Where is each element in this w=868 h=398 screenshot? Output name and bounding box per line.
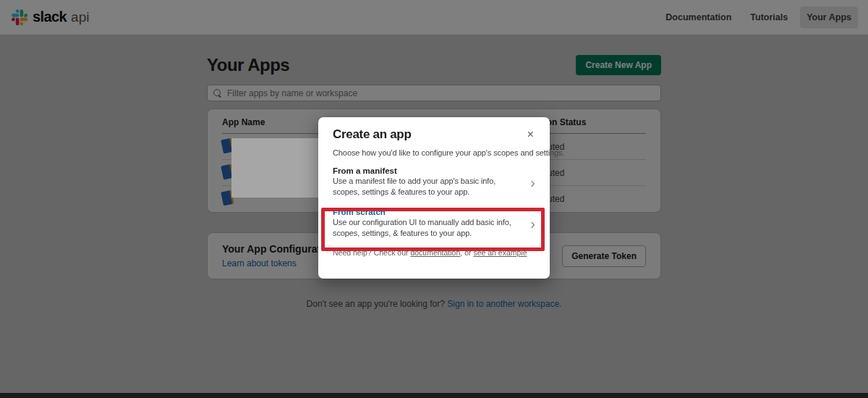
modal-title: Create an app	[333, 127, 412, 142]
chevron-right-icon: ›	[526, 175, 535, 190]
option-title: From scratch	[333, 208, 515, 216]
documentation-link[interactable]: documentation	[410, 248, 460, 257]
modal-help-text: Need help? Check our documentation, or s…	[333, 248, 535, 257]
see-an-example-link[interactable]: see an example	[473, 248, 527, 257]
option-from-a-manifest[interactable]: From a manifest Use a manifest file to a…	[333, 166, 535, 198]
redaction-box	[231, 138, 327, 198]
option-from-scratch[interactable]: From scratch Use our configuration UI to…	[333, 208, 535, 240]
modal-subtitle: Choose how you'd like to configure your …	[333, 148, 535, 157]
chevron-right-icon: ›	[526, 216, 535, 231]
create-an-app-modal: Create an app × Choose how you'd like to…	[318, 117, 550, 279]
option-title: From a manifest	[333, 166, 515, 175]
close-icon[interactable]: ×	[526, 127, 535, 142]
option-description: Use our configuration UI to manually add…	[333, 217, 515, 240]
option-description: Use a manifest file to add your app's ba…	[333, 176, 515, 198]
